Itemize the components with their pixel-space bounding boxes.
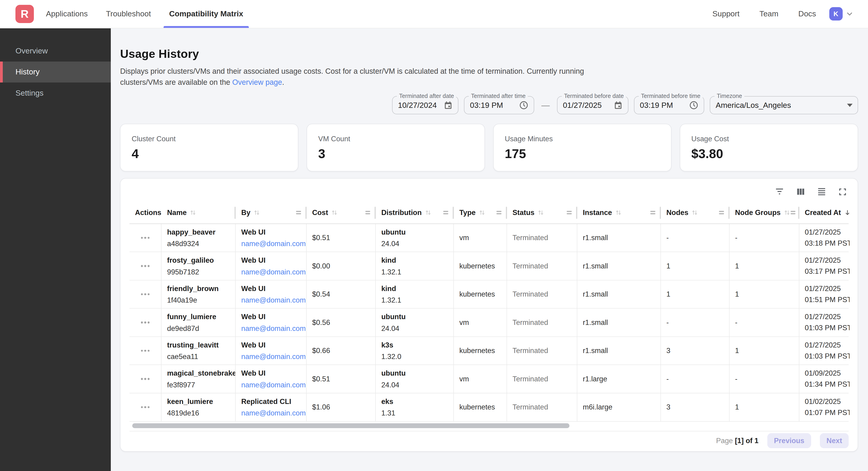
cell-status: Terminated	[507, 224, 577, 252]
sort-icon[interactable]	[253, 209, 260, 216]
sort-desc-icon[interactable]	[844, 209, 851, 216]
sidebar-item-overview[interactable]: Overview	[0, 40, 111, 61]
column-header-nodes[interactable]: Nodes	[661, 202, 730, 224]
sort-icon[interactable]	[425, 209, 432, 216]
created-by-email-link[interactable]: name@domain.com	[241, 351, 303, 362]
clock-icon[interactable]	[515, 100, 529, 110]
cell-status: Terminated	[507, 308, 577, 336]
replicated-logo[interactable]: R	[16, 5, 34, 23]
row-actions-button[interactable]	[129, 365, 161, 393]
created-time: 01:51 PM PST	[805, 294, 846, 305]
table-row: friendly_brown 1f40a19e Web UI name@doma…	[129, 281, 849, 309]
column-menu-icon[interactable]	[719, 211, 724, 214]
row-actions-button[interactable]	[129, 337, 161, 365]
column-header-by[interactable]: By	[236, 202, 307, 224]
cell-status: Terminated	[507, 252, 577, 280]
sidebar-item-settings[interactable]: Settings	[0, 83, 111, 104]
column-menu-icon[interactable]	[296, 211, 301, 214]
column-menu-icon[interactable]	[650, 211, 655, 214]
cluster-name: happy_beaver	[167, 227, 232, 238]
ellipsis-icon[interactable]	[141, 237, 150, 239]
ellipsis-icon[interactable]	[141, 378, 150, 380]
nav-item-troubleshoot[interactable]: Troubleshoot	[100, 0, 156, 28]
nav-item-compatibility-matrix[interactable]: Compatibility Matrix	[163, 0, 249, 28]
ellipsis-icon[interactable]	[141, 406, 150, 408]
cluster-type: vm	[459, 234, 469, 242]
sort-icon[interactable]	[189, 209, 196, 216]
column-header-created-at[interactable]: Created At	[799, 202, 850, 224]
overview-page-link[interactable]: Overview page	[232, 78, 282, 86]
column-header-cost[interactable]: Cost	[307, 202, 376, 224]
table-header-row: Actions Name By	[129, 202, 849, 224]
ellipsis-icon[interactable]	[141, 293, 150, 295]
row-actions-button[interactable]	[129, 252, 161, 280]
nav-item-docs[interactable]: Docs	[799, 9, 816, 18]
nav-item-team[interactable]: Team	[760, 9, 778, 18]
cost-value: $0.51	[312, 234, 330, 242]
created-by-email-link[interactable]: name@domain.com	[241, 267, 303, 278]
terminated-before-date-field[interactable]: Terminated before date 01/27/2025	[557, 96, 628, 114]
chevron-down-icon[interactable]	[845, 10, 854, 18]
cell-instance: m6i.large	[577, 393, 661, 421]
column-menu-icon[interactable]	[790, 211, 796, 214]
nav-item-applications[interactable]: Applications	[40, 0, 93, 28]
created-by-email-link[interactable]: name@domain.com	[241, 238, 303, 249]
filter-icon[interactable]	[774, 186, 786, 198]
node-count: 1	[666, 290, 670, 298]
ellipsis-icon[interactable]	[141, 265, 150, 267]
sort-icon[interactable]	[537, 209, 544, 216]
cell-status: Terminated	[507, 281, 577, 308]
sort-icon[interactable]	[691, 209, 698, 216]
row-actions-button[interactable]	[129, 281, 161, 308]
column-menu-icon[interactable]	[567, 211, 572, 214]
previous-page-button[interactable]: Previous	[767, 433, 811, 448]
horizontal-scrollbar-thumb[interactable]	[132, 423, 569, 429]
created-time: 01:03 PM PST	[805, 351, 846, 362]
sort-icon[interactable]	[478, 209, 486, 216]
column-header-node-groups[interactable]: Node Groups	[730, 202, 799, 224]
description-line-1: Displays prior clusters/VMs and their as…	[120, 66, 858, 77]
calendar-icon[interactable]	[439, 100, 453, 110]
sidebar-item-history[interactable]: History	[0, 61, 111, 83]
next-page-button[interactable]: Next	[820, 433, 849, 448]
terminated-after-time-field[interactable]: Terminated after time 03:19 PM	[464, 96, 534, 114]
timezone-select[interactable]: Timezone America/Los_Angeles	[710, 96, 858, 114]
row-actions-button[interactable]	[129, 393, 161, 421]
columns-icon[interactable]	[795, 186, 807, 198]
column-header-status[interactable]: Status	[507, 202, 577, 224]
nav-item-support[interactable]: Support	[713, 9, 740, 18]
clock-icon[interactable]	[684, 100, 699, 110]
created-by-email-link[interactable]: name@domain.com	[241, 408, 303, 419]
account-menu[interactable]: K	[829, 7, 854, 21]
sort-icon[interactable]	[615, 209, 622, 216]
cell-instance: r1.small	[577, 337, 661, 365]
distribution-version: 24.04	[381, 238, 450, 249]
terminated-after-date-field[interactable]: Terminated after date 10/27/2024	[392, 96, 458, 114]
fullscreen-icon[interactable]	[837, 186, 849, 198]
dropdown-caret-icon[interactable]	[843, 104, 852, 107]
cost-value: $0.51	[312, 375, 330, 383]
column-header-name[interactable]: Name	[161, 202, 236, 224]
ellipsis-icon[interactable]	[141, 350, 150, 352]
created-by-email-link[interactable]: name@domain.com	[241, 323, 303, 334]
row-actions-button[interactable]	[129, 224, 161, 252]
column-menu-icon[interactable]	[365, 211, 370, 214]
column-menu-icon[interactable]	[496, 211, 501, 214]
column-header-type[interactable]: Type	[454, 202, 507, 224]
density-icon[interactable]	[815, 186, 828, 198]
calendar-icon[interactable]	[609, 100, 623, 110]
column-header-instance[interactable]: Instance	[577, 202, 661, 224]
created-by-email-link[interactable]: name@domain.com	[241, 380, 303, 390]
ellipsis-icon[interactable]	[141, 321, 150, 323]
terminated-before-time-field[interactable]: Terminated before time 03:19 PM	[634, 96, 704, 114]
cluster-name: funny_lumiere	[167, 311, 232, 322]
avatar[interactable]: K	[829, 7, 843, 21]
row-actions-button[interactable]	[129, 308, 161, 336]
sort-icon[interactable]	[783, 209, 790, 216]
created-by-email-link[interactable]: name@domain.com	[241, 295, 303, 306]
column-header-distribution[interactable]: Distribution	[376, 202, 454, 224]
column-menu-icon[interactable]	[443, 211, 448, 214]
sort-icon[interactable]	[331, 209, 338, 216]
cell-distribution: k3s 1.32.0	[376, 337, 454, 365]
distribution-name: ubuntu	[381, 311, 450, 322]
